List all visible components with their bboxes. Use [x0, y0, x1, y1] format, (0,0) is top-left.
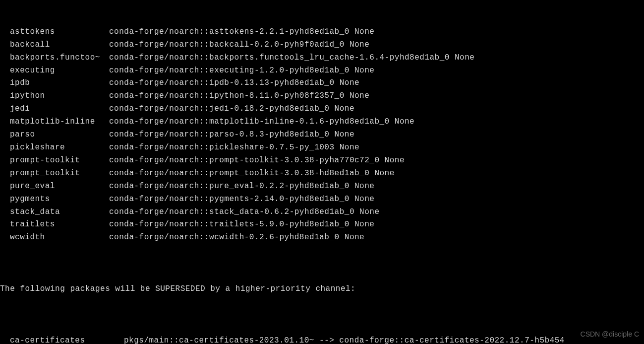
terminal-output: asttokensconda-forge/noarch::asttokens-2… — [0, 0, 644, 344]
package-name: jedi — [0, 103, 109, 116]
package-spec: conda-forge/noarch::prompt-toolkit-3.0.3… — [109, 154, 405, 167]
superseded-list: ca-certificatespkgs/main::ca-certificate… — [0, 335, 644, 344]
package-row: wcwidthconda-forge/noarch::wcwidth-0.2.6… — [0, 231, 644, 244]
package-name: wcwidth — [0, 231, 109, 244]
package-row: stack_dataconda-forge/noarch::stack_data… — [0, 206, 644, 219]
package-name: ipython — [0, 90, 109, 103]
package-row: ipdbconda-forge/noarch::ipdb-0.13.13-pyh… — [0, 77, 644, 90]
package-row: backcallconda-forge/noarch::backcall-0.2… — [0, 39, 644, 52]
package-row: executingconda-forge/noarch::executing-1… — [0, 65, 644, 77]
superseded-name: ca-certificates — [0, 335, 124, 344]
package-spec: conda-forge/noarch::ipdb-0.13.13-pyhd8ed… — [109, 77, 359, 90]
package-row: asttokensconda-forge/noarch::asttokens-2… — [0, 26, 644, 39]
package-name: executing — [0, 65, 109, 77]
package-name: pygments — [0, 193, 109, 206]
package-row: jediconda-forge/noarch::jedi-0.18.2-pyhd… — [0, 103, 644, 116]
package-row: traitletsconda-forge/noarch::traitlets-5… — [0, 218, 644, 231]
package-spec: conda-forge/noarch::ipython-8.11.0-pyh08… — [109, 90, 369, 103]
package-spec: conda-forge/noarch::backcall-0.2.0-pyh9f… — [109, 39, 369, 52]
package-name: ipdb — [0, 77, 109, 90]
package-spec: conda-forge/noarch::executing-1.2.0-pyhd… — [109, 65, 374, 77]
package-name: traitlets — [0, 218, 109, 231]
package-list: asttokensconda-forge/noarch::asttokens-2… — [0, 26, 644, 244]
package-name: pickleshare — [0, 141, 109, 154]
superseded-header: The following packages will be SUPERSEDE… — [0, 283, 644, 296]
package-name: asttokens — [0, 26, 109, 39]
package-spec: conda-forge/noarch::traitlets-5.9.0-pyhd… — [109, 218, 374, 231]
package-row: parsoconda-forge/noarch::parso-0.8.3-pyh… — [0, 129, 644, 141]
package-spec: conda-forge/noarch::pure_eval-0.2.2-pyhd… — [109, 180, 374, 193]
package-name: matplotlib-inline — [0, 116, 109, 129]
package-name: prompt-toolkit — [0, 154, 109, 167]
package-name: prompt_toolkit — [0, 167, 109, 180]
package-row: prompt-toolkitconda-forge/noarch::prompt… — [0, 154, 644, 167]
package-spec: conda-forge/noarch::pickleshare-0.7.5-py… — [109, 141, 359, 154]
package-name: backports.functoo~ — [0, 52, 109, 65]
package-row: pickleshareconda-forge/noarch::picklesha… — [0, 141, 644, 154]
package-row: prompt_toolkitconda-forge/noarch::prompt… — [0, 167, 644, 180]
package-name: stack_data — [0, 206, 109, 219]
package-spec: conda-forge/noarch::backports.functools_… — [109, 52, 474, 65]
package-spec: conda-forge/noarch::wcwidth-0.2.6-pyhd8e… — [109, 231, 364, 244]
superseded-row: ca-certificatespkgs/main::ca-certificate… — [0, 335, 644, 344]
package-name: parso — [0, 129, 109, 141]
package-name: backcall — [0, 39, 109, 52]
package-spec: conda-forge/noarch::prompt_toolkit-3.0.3… — [109, 167, 395, 180]
package-row: backports.functoo~conda-forge/noarch::ba… — [0, 52, 644, 65]
package-spec: conda-forge/noarch::jedi-0.18.2-pyhd8ed1… — [109, 103, 354, 116]
superseded-spec: pkgs/main::ca-certificates-2023.01.10~ -… — [124, 335, 565, 344]
package-row: matplotlib-inlineconda-forge/noarch::mat… — [0, 116, 644, 129]
package-spec: conda-forge/noarch::matplotlib-inline-0.… — [109, 116, 414, 129]
package-name: pure_eval — [0, 180, 109, 193]
package-spec: conda-forge/noarch::pygments-2.14.0-pyhd… — [109, 193, 374, 206]
package-spec: conda-forge/noarch::asttokens-2.2.1-pyhd… — [109, 26, 374, 39]
package-row: ipythonconda-forge/noarch::ipython-8.11.… — [0, 90, 644, 103]
package-row: pygmentsconda-forge/noarch::pygments-2.1… — [0, 193, 644, 206]
package-spec: conda-forge/noarch::stack_data-0.6.2-pyh… — [109, 206, 379, 219]
package-row: pure_evalconda-forge/noarch::pure_eval-0… — [0, 180, 644, 193]
watermark-text: CSDN @disciple C — [581, 329, 639, 340]
package-spec: conda-forge/noarch::parso-0.8.3-pyhd8ed1… — [109, 129, 354, 141]
